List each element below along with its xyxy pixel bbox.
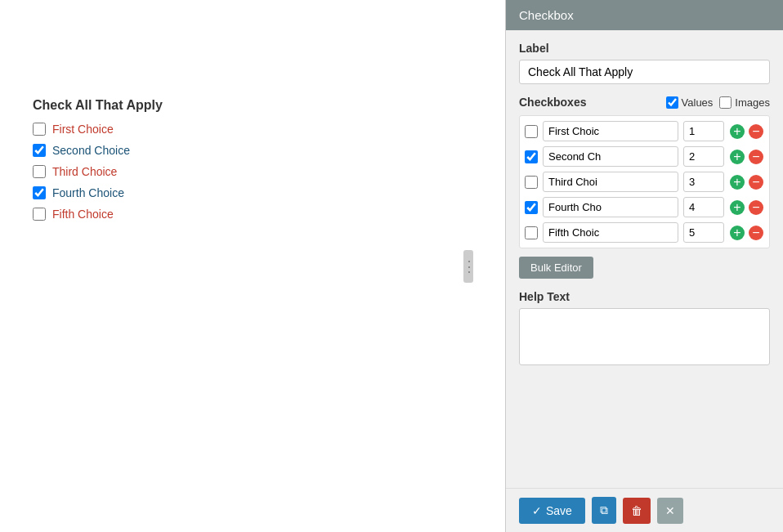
table-row: +− [525, 222, 764, 243]
preview-checkbox-label: Third Choice [52, 165, 117, 178]
label-section-heading: Label [519, 42, 770, 55]
images-label: Images [735, 96, 770, 109]
add-row-button[interactable]: + [729, 225, 745, 241]
plus-icon: + [730, 226, 745, 240]
row-actions: +− [729, 199, 764, 216]
checkmark-icon: ✓ [532, 504, 542, 517]
row-actions: +− [729, 123, 764, 140]
row-label-input[interactable] [543, 146, 678, 167]
images-checkbox[interactable] [719, 96, 732, 109]
preview-item: Third Choice [33, 165, 441, 178]
close-icon: ✕ [665, 504, 675, 517]
panel-footer: ✓ Save ⧉ 🗑 ✕ [506, 488, 783, 532]
help-text-input[interactable] [519, 308, 770, 365]
table-row: +− [525, 121, 764, 141]
row-actions: +− [729, 149, 764, 165]
row-value-input[interactable] [683, 222, 724, 243]
row-label-input[interactable] [543, 222, 678, 243]
preview-items-container: First ChoiceSecond ChoiceThird ChoiceFou… [33, 123, 441, 221]
preview-item: Second Choice [33, 144, 441, 157]
panel-title: Checkbox [519, 8, 574, 22]
preview-checkbox-label: Fifth Choice [52, 208, 114, 221]
values-label: Values [682, 96, 714, 109]
row-value-input[interactable] [683, 121, 724, 141]
copy-button[interactable]: ⧉ [592, 497, 616, 524]
row-checkbox[interactable] [525, 176, 538, 189]
save-button[interactable]: ✓ Save [519, 498, 585, 524]
row-actions: +− [729, 225, 764, 241]
remove-row-button[interactable]: − [748, 123, 764, 140]
label-input[interactable] [519, 60, 770, 84]
plus-icon: + [730, 124, 745, 139]
plus-icon: + [730, 175, 745, 190]
preview-item: Fifth Choice [33, 208, 441, 221]
preview-checkbox-label: Fourth Choice [52, 186, 124, 199]
preview-checkbox-label: Second Choice [52, 144, 130, 157]
panel-resizer[interactable]: ⋮ [463, 250, 473, 283]
row-value-input[interactable] [683, 197, 724, 217]
preview-checkbox[interactable] [33, 123, 46, 136]
table-row: +− [525, 172, 764, 192]
row-label-input[interactable] [543, 121, 678, 141]
remove-row-button[interactable]: − [748, 149, 764, 165]
save-label: Save [546, 504, 572, 517]
remove-row-button[interactable]: − [748, 199, 764, 216]
table-row: +− [525, 146, 764, 167]
row-checkbox[interactable] [525, 150, 538, 163]
checkboxes-header: Checkboxes Values Images [519, 96, 770, 109]
bulk-editor-button[interactable]: Bulk Editor [519, 257, 593, 279]
preview-item: Fourth Choice [33, 186, 441, 199]
row-actions: +− [729, 174, 764, 190]
add-row-button[interactable]: + [729, 174, 745, 190]
plus-icon: + [730, 150, 745, 164]
minus-icon: − [749, 200, 763, 215]
delete-button[interactable]: 🗑 [623, 498, 651, 524]
add-row-button[interactable]: + [729, 199, 745, 216]
minus-icon: − [749, 226, 763, 240]
trash-icon: 🗑 [631, 504, 642, 517]
minus-icon: − [749, 150, 763, 164]
checkboxes-table: +−+−+−+−+− [519, 115, 770, 248]
row-label-input[interactable] [543, 172, 678, 192]
preview-item: First Choice [33, 123, 441, 136]
close-button[interactable]: ✕ [657, 498, 683, 524]
preview-checkbox-label: First Choice [52, 123, 114, 136]
minus-icon: − [749, 124, 763, 139]
minus-icon: − [749, 175, 763, 190]
resizer-dots-icon: ⋮ [462, 259, 475, 274]
help-text-section-heading: Help Text [519, 290, 770, 303]
panel-body: Label Checkboxes Values Images +−+−+−+−+… [506, 30, 783, 488]
images-option: Images [719, 96, 770, 109]
preview-checkbox[interactable] [33, 208, 46, 221]
copy-icon: ⧉ [600, 503, 608, 516]
values-option: Values [666, 96, 714, 109]
row-label-input[interactable] [543, 197, 678, 217]
panel-header: Checkbox [506, 0, 783, 30]
row-checkbox[interactable] [525, 226, 538, 239]
preview-checkbox[interactable] [33, 144, 46, 157]
row-value-input[interactable] [683, 146, 724, 167]
checkboxes-section-heading: Checkboxes [519, 96, 660, 109]
preview-checkbox[interactable] [33, 165, 46, 178]
right-panel: Checkbox Label Checkboxes Values Images … [505, 0, 783, 532]
preview-area: Check All That Apply First ChoiceSecond … [0, 0, 466, 532]
remove-row-button[interactable]: − [748, 174, 764, 190]
row-checkbox[interactable] [525, 201, 538, 214]
values-checkbox[interactable] [666, 96, 678, 109]
preview-title: Check All That Apply [33, 98, 441, 113]
row-checkbox[interactable] [525, 125, 538, 138]
row-value-input[interactable] [683, 172, 724, 192]
add-row-button[interactable]: + [729, 149, 745, 165]
remove-row-button[interactable]: − [748, 225, 764, 241]
plus-icon: + [730, 200, 745, 215]
add-row-button[interactable]: + [729, 123, 745, 140]
preview-checkbox[interactable] [33, 186, 46, 199]
table-row: +− [525, 197, 764, 217]
